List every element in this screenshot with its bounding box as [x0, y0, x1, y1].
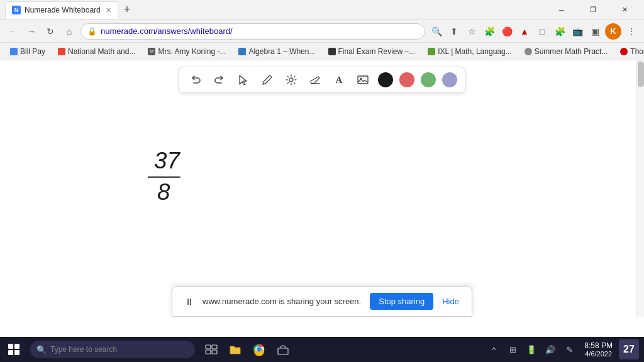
- scrollbar-right[interactable]: [636, 60, 644, 317]
- color-purple[interactable]: [442, 72, 457, 87]
- svg-rect-9: [206, 350, 211, 354]
- home-button[interactable]: ⌂: [62, 24, 77, 39]
- color-green[interactable]: [421, 72, 436, 87]
- svg-text:37: 37: [154, 148, 180, 173]
- image-tool-button[interactable]: [354, 71, 372, 89]
- lock-icon: 🔒: [87, 27, 97, 36]
- taskbar-app-store[interactable]: [272, 337, 294, 362]
- back-button[interactable]: ←: [5, 24, 20, 39]
- hide-button[interactable]: Hide: [442, 297, 459, 306]
- search-icon[interactable]: 🔍: [429, 24, 444, 39]
- text-tool-button[interactable]: A: [330, 71, 348, 89]
- svg-text:8: 8: [157, 179, 170, 205]
- taskbar-app-chrome[interactable]: [248, 337, 270, 362]
- bookmark-favicon-2: [58, 48, 65, 55]
- ext4-icon[interactable]: 🧩: [552, 24, 567, 39]
- color-red[interactable]: [399, 72, 414, 87]
- tray-speaker-icon[interactable]: 🔊: [541, 341, 559, 358]
- start-button[interactable]: [0, 337, 28, 362]
- color-black[interactable]: [378, 72, 393, 87]
- tray-up-arrow[interactable]: ^: [485, 341, 502, 358]
- ext3-icon[interactable]: □: [535, 24, 550, 39]
- svg-rect-8: [212, 345, 217, 349]
- bookmark-label-4: Algebra 1 – When...: [248, 47, 315, 56]
- maximize-button[interactable]: ❐: [579, 0, 608, 20]
- bookmark-favicon-8: [620, 48, 628, 55]
- tray-pencil-icon[interactable]: ✎: [560, 341, 578, 358]
- bookmark-favicon-6: [428, 48, 435, 55]
- sidebar-icon[interactable]: ▣: [587, 24, 602, 39]
- taskbar-app-file-explorer[interactable]: [224, 337, 247, 362]
- address-input[interactable]: 🔒 numerade.com/answers/whiteboard/: [80, 23, 425, 40]
- bookmark-icon[interactable]: ☆: [464, 24, 479, 39]
- taskbar-search-box[interactable]: 🔍: [30, 341, 195, 358]
- undo-button[interactable]: [187, 71, 204, 89]
- page-wrapper: N Numerade Whiteboard ✕ + ─ ❐ ✕ ← → ↻ ⌂ …: [0, 0, 644, 362]
- bookmark-final-exam[interactable]: Final Exam Review –...: [323, 46, 421, 57]
- taskbar-search-input[interactable]: [50, 345, 189, 354]
- bookmark-summer-math[interactable]: Summer Math Pract...: [519, 46, 613, 57]
- tray-network-icon[interactable]: ⊞: [504, 341, 521, 358]
- bookmark-bill-pay[interactable]: Bill Pay: [5, 46, 50, 57]
- bookmark-label-3: Mrs. Amy Koning -...: [158, 47, 226, 56]
- bookmark-ixl[interactable]: IXL | Math, Languag...: [423, 46, 516, 57]
- minimize-button[interactable]: ─: [547, 0, 576, 20]
- taskbar-apps: [200, 337, 294, 362]
- fraction-drawing: 37 8: [138, 136, 201, 214]
- fraction-svg: 37 8: [138, 136, 201, 211]
- bookmark-algebra[interactable]: Algebra 1 – When...: [233, 46, 320, 57]
- settings-tool-button[interactable]: [282, 71, 300, 89]
- tab-favicon: N: [12, 6, 21, 14]
- svg-rect-2: [358, 76, 368, 84]
- taskbar-search-icon: 🔍: [36, 345, 47, 354]
- svg-point-0: [289, 78, 293, 82]
- bookmark-label-1: Bill Pay: [20, 47, 45, 56]
- close-button[interactable]: ✕: [610, 0, 639, 20]
- bookmark-national-math[interactable]: National Math and...: [53, 46, 140, 57]
- profile-icon[interactable]: K: [605, 23, 621, 40]
- clock-date: 4/6/2022: [585, 350, 612, 358]
- bookmark-label-6: IXL | Math, Languag...: [438, 47, 511, 56]
- extension2-icon[interactable]: 🔴: [499, 24, 514, 39]
- browser-area: N Numerade Whiteboard ✕ + ─ ❐ ✕ ← → ↻ ⌂ …: [0, 0, 644, 337]
- eraser-tool-button[interactable]: [306, 71, 324, 89]
- tab-title: Numerade Whiteboard: [25, 6, 102, 14]
- bookmark-favicon-3: M: [148, 48, 155, 55]
- bookmark-favicon-5: [328, 48, 336, 55]
- tab-bar: N Numerade Whiteboard ✕ +: [5, 1, 542, 19]
- tab-close-button[interactable]: ✕: [106, 6, 111, 14]
- bookmark-thomastik[interactable]: Thomastik-Infeld C...: [615, 46, 644, 57]
- pen-tool-button[interactable]: [258, 71, 276, 89]
- title-bar: N Numerade Whiteboard ✕ + ─ ❐ ✕: [0, 0, 644, 20]
- forward-button[interactable]: →: [24, 24, 39, 39]
- drawing-toolbar: A: [179, 67, 465, 93]
- extension-icon[interactable]: 🧩: [482, 24, 497, 39]
- bookmark-amy-koning[interactable]: M Mrs. Amy Koning -...: [143, 46, 231, 57]
- scrollbar-thumb[interactable]: [638, 62, 644, 87]
- time-date-block[interactable]: 8:58 PM 4/6/2022: [579, 341, 618, 358]
- taskbar-system-tray: ^ ⊞ 🔋 🔊 ✎ 8:58 PM 4/6/2022 27: [485, 339, 644, 359]
- svg-point-13: [257, 348, 261, 351]
- sharing-banner: ⏸ www.numerade.com is sharing your scree…: [172, 286, 472, 317]
- bookmark-favicon-1: [10, 48, 18, 55]
- share-icon[interactable]: ⬆: [447, 24, 462, 39]
- bookmark-label-7: Summer Math Pract...: [535, 47, 608, 56]
- active-tab[interactable]: N Numerade Whiteboard ✕: [5, 1, 118, 19]
- redo-button[interactable]: [211, 71, 228, 89]
- select-tool-button[interactable]: [235, 71, 252, 89]
- tray-battery-icon[interactable]: 🔋: [523, 341, 540, 358]
- taskbar-app-task-view[interactable]: [200, 337, 223, 362]
- bookmark-label-5: Final Exam Review –...: [338, 47, 416, 56]
- cast-icon[interactable]: 📺: [570, 24, 585, 39]
- pdf-icon[interactable]: ▲: [517, 24, 532, 39]
- new-tab-button[interactable]: +: [118, 1, 136, 19]
- address-text: numerade.com/answers/whiteboard/: [101, 26, 233, 36]
- stop-sharing-button[interactable]: Stop sharing: [370, 293, 433, 310]
- menu-icon[interactable]: ⋮: [624, 24, 639, 39]
- svg-rect-10: [212, 350, 217, 354]
- calendar-date-number[interactable]: 27: [619, 339, 639, 359]
- whiteboard-area[interactable]: A 37: [0, 60, 644, 317]
- refresh-button[interactable]: ↻: [43, 24, 58, 39]
- bookmark-favicon-4: [238, 48, 246, 55]
- address-bar: ← → ↻ ⌂ 🔒 numerade.com/answers/whiteboar…: [0, 20, 644, 43]
